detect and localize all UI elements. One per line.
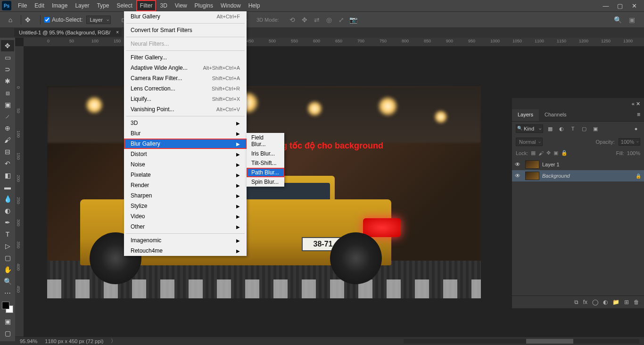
- edit-toolbar[interactable]: ⋯: [1, 288, 14, 299]
- filter-liquify[interactable]: Liquify...Shift+Ctrl+X: [124, 94, 247, 104]
- document-tab[interactable]: Untitled-1 @ 95.9% (Background, RGB/ ×: [14, 28, 122, 37]
- layer-filter-kind[interactable]: Kind: [516, 124, 543, 133]
- filter-camera-raw[interactable]: Camera Raw Filter...Shift+Ctrl+A: [124, 73, 247, 83]
- hand-tool[interactable]: ✋: [1, 264, 14, 275]
- layer-visibility-icon[interactable]: 👁: [515, 161, 522, 168]
- chevron-right-icon[interactable]: 〉: [111, 337, 116, 345]
- lock-all-icon[interactable]: 🔒: [561, 150, 568, 156]
- layer-visibility-icon[interactable]: 👁: [515, 172, 522, 179]
- filter-lens-correction[interactable]: Lens Correction...Shift+Ctrl+R: [124, 83, 247, 94]
- menu-view[interactable]: View: [171, 0, 191, 11]
- zoom-percentage[interactable]: 95.94%: [20, 338, 37, 344]
- canvas-image[interactable]: 38-71: [47, 86, 481, 298]
- home-button[interactable]: ⌂: [4, 14, 17, 25]
- layer-row[interactable]: 👁 Background 🔒: [512, 170, 644, 181]
- filter-last-used[interactable]: Blur GalleryAlt+Ctrl+F: [124, 11, 247, 22]
- submenu-field-blur[interactable]: Field Blur...: [247, 133, 284, 149]
- lock-position-icon[interactable]: ✥: [546, 150, 551, 156]
- filter-render[interactable]: Render▶: [124, 180, 247, 190]
- panel-menu-icon[interactable]: ≡: [633, 109, 644, 121]
- submenu-iris-blur[interactable]: Iris Blur...: [247, 149, 284, 158]
- layer-mask-icon[interactable]: ◯: [592, 299, 598, 305]
- eyedropper-tool[interactable]: ⟋: [1, 111, 14, 122]
- adjustment-layer-icon[interactable]: ◐: [603, 299, 608, 305]
- filter-pixel-icon[interactable]: ▩: [546, 125, 554, 132]
- blur-tool[interactable]: 💧: [1, 193, 14, 205]
- color-swatches[interactable]: [2, 302, 13, 313]
- menu-help[interactable]: Help: [245, 0, 264, 11]
- zoom-tool[interactable]: 🔍: [1, 276, 14, 287]
- filter-blur[interactable]: Blur▶: [124, 128, 247, 139]
- window-close-icon[interactable]: ✕: [630, 2, 638, 9]
- eraser-tool[interactable]: ◧: [1, 170, 14, 181]
- frame-tool[interactable]: ▣: [1, 99, 14, 110]
- healing-tool[interactable]: ⊕: [1, 123, 14, 134]
- layer-thumbnail[interactable]: [525, 172, 539, 180]
- menu-file[interactable]: File: [14, 0, 31, 11]
- menu-plugins[interactable]: Plugins: [191, 0, 217, 11]
- layer-group-icon[interactable]: 📁: [612, 299, 619, 305]
- path-selection-tool[interactable]: ▷: [1, 240, 14, 252]
- menu-image[interactable]: Image: [48, 0, 71, 11]
- horizontal-scrollbar[interactable]: [404, 339, 639, 344]
- submenu-path-blur[interactable]: Path Blur...: [247, 168, 284, 177]
- lock-image-icon[interactable]: 🖌: [538, 150, 544, 156]
- search-icon[interactable]: 🔍: [613, 15, 622, 25]
- move-tool[interactable]: ✥: [1, 40, 14, 51]
- gradient-tool[interactable]: ▬: [1, 181, 14, 193]
- screen-mode-icon[interactable]: ▢: [1, 328, 14, 339]
- window-maximize-icon[interactable]: ▢: [616, 2, 624, 9]
- menu-type[interactable]: Type: [93, 0, 113, 11]
- filter-blur-gallery[interactable]: Blur Gallery▶: [124, 139, 247, 149]
- filter-sharpen[interactable]: Sharpen▶: [124, 190, 247, 201]
- filter-noise[interactable]: Noise▶: [124, 159, 247, 170]
- workspace-icon[interactable]: ▣: [627, 15, 636, 25]
- panel-collapse-icon[interactable]: « ✕: [628, 101, 644, 107]
- tab-channels[interactable]: Channels: [539, 109, 572, 121]
- filter-vanishing-point[interactable]: Vanishing Point...Alt+Ctrl+V: [124, 104, 247, 115]
- filter-3d[interactable]: 3D▶: [124, 118, 247, 128]
- menu-filter[interactable]: Filter: [136, 0, 157, 11]
- submenu-tilt-shift[interactable]: Tilt-Shift...: [247, 158, 284, 168]
- filter-toggle-icon[interactable]: ●: [632, 125, 640, 132]
- filter-adjustment-icon[interactable]: ◐: [557, 125, 566, 132]
- layer-select[interactable]: Layer: [86, 16, 111, 24]
- shape-tool[interactable]: ▢: [1, 252, 14, 263]
- crop-tool[interactable]: ⧇: [1, 87, 14, 99]
- menu-select[interactable]: Select: [113, 0, 136, 11]
- auto-select-checkbox[interactable]: Auto-Select:: [44, 16, 83, 23]
- filter-gallery[interactable]: Filter Gallery...: [124, 52, 247, 63]
- lock-transparency-icon[interactable]: ▦: [531, 150, 536, 156]
- close-icon[interactable]: ×: [116, 30, 119, 35]
- opacity-value[interactable]: 100%: [619, 138, 640, 146]
- filter-other[interactable]: Other▶: [124, 222, 247, 232]
- layer-thumbnail[interactable]: [525, 160, 539, 169]
- filter-imagenomic[interactable]: Imagenomic▶: [124, 235, 247, 246]
- filter-video[interactable]: Video▶: [124, 211, 247, 222]
- filter-pixelate[interactable]: Pixelate▶: [124, 170, 247, 180]
- clone-stamp-tool[interactable]: ⊟: [1, 146, 14, 157]
- dodge-tool[interactable]: ◐: [1, 205, 14, 216]
- fill-value[interactable]: 100%: [627, 150, 640, 156]
- filter-adaptive-wide-angle[interactable]: Adaptive Wide Angle...Alt+Shift+Ctrl+A: [124, 63, 247, 73]
- tab-layers[interactable]: Layers: [512, 109, 539, 121]
- filter-shape-icon[interactable]: ▢: [580, 125, 588, 132]
- menu-window[interactable]: Window: [217, 0, 245, 11]
- layer-fx-icon[interactable]: fx: [583, 299, 587, 305]
- delete-layer-icon[interactable]: 🗑: [634, 299, 639, 305]
- submenu-spin-blur[interactable]: Spin Blur...: [247, 177, 284, 187]
- new-layer-icon[interactable]: ⊞: [624, 299, 629, 305]
- layer-row[interactable]: 👁 Layer 1: [512, 159, 644, 170]
- type-tool[interactable]: T: [1, 229, 14, 240]
- marquee-tool[interactable]: ▭: [1, 52, 14, 63]
- blend-mode-select[interactable]: Normal: [516, 138, 543, 146]
- magic-wand-tool[interactable]: ✱: [1, 75, 14, 87]
- window-minimize-icon[interactable]: —: [602, 2, 610, 9]
- filter-distort[interactable]: Distort▶: [124, 149, 247, 159]
- pen-tool[interactable]: ✒: [1, 217, 14, 228]
- filter-retouch4me[interactable]: Retouch4me▶: [124, 246, 247, 256]
- link-layers-icon[interactable]: ⧉: [574, 299, 578, 305]
- filter-convert-smart[interactable]: Convert for Smart Filters: [124, 25, 247, 35]
- lasso-tool[interactable]: ⊃: [1, 64, 14, 75]
- brush-tool[interactable]: 🖌: [1, 134, 14, 146]
